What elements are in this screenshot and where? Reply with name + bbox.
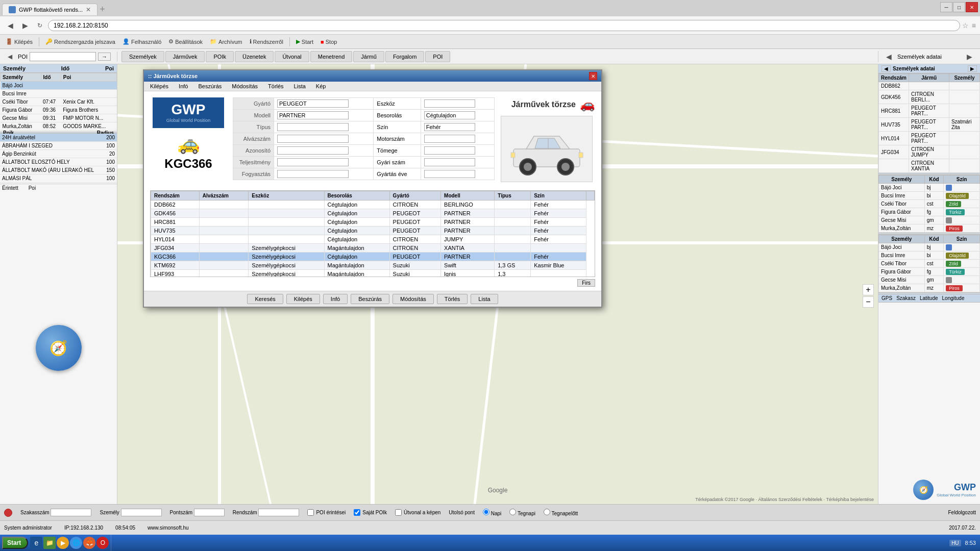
besorolas-input[interactable] <box>424 111 475 119</box>
list-item[interactable]: Gecse Misigm <box>879 276 980 284</box>
maximize-button[interactable]: □ <box>953 2 965 12</box>
tab-poik[interactable]: POIk <box>206 51 233 62</box>
felhasznalo-button[interactable]: 👤 Felhasználó <box>120 38 164 45</box>
utvonal-check[interactable] <box>395 509 402 516</box>
tab-jarmu[interactable]: Jármű <box>353 51 384 62</box>
footer-kereses-button[interactable]: Keresés <box>247 294 283 304</box>
gyarto-input[interactable] <box>277 99 349 108</box>
list-item[interactable]: Figura GáborfgTürkiz <box>879 208 980 216</box>
rendszam-input[interactable] <box>258 509 299 516</box>
poi-search-input[interactable] <box>30 52 96 61</box>
menu-lista[interactable]: Lista <box>292 83 308 90</box>
szakasszam-input[interactable] <box>51 509 91 516</box>
tipus-input[interactable] <box>277 123 349 131</box>
list-item[interactable]: HRC881PEUGEOT PART... <box>879 104 980 118</box>
list-item[interactable]: Murka,ZoltánmzPiros <box>879 224 980 233</box>
start-button[interactable]: ▶ Start <box>293 38 316 45</box>
right-sidebar-nav-right[interactable]: ▶ <box>968 65 977 72</box>
alvaz-input[interactable] <box>277 135 349 143</box>
footer-beszuras-button[interactable]: Beszúrás <box>351 294 389 304</box>
zoom-out-button[interactable]: − <box>863 296 874 308</box>
nav-left-button[interactable]: ◀ <box>4 52 16 62</box>
pontszam-input[interactable] <box>194 509 225 516</box>
beallitasok-button[interactable]: ⚙ Beállítások <box>166 38 205 45</box>
taskbar-ie-icon[interactable]: e <box>30 537 42 549</box>
azonosito-input[interactable] <box>277 146 349 155</box>
sajat-check[interactable] <box>354 509 360 516</box>
person-row[interactable]: Bájó Joci <box>1 82 117 90</box>
start-menu-button[interactable]: Start <box>2 537 28 549</box>
table-row[interactable]: DDB662 Cégtulajdon CITROEN BERLINGO Fehé… <box>151 201 595 209</box>
poi-check[interactable] <box>307 509 314 516</box>
poi-row[interactable]: ÁLLATBOLT ELOSZTÓ HELY100 <box>0 158 117 166</box>
zoom-in-button[interactable]: + <box>863 284 874 295</box>
motorszam-input[interactable] <box>424 135 475 143</box>
list-item[interactable]: Bucsi ImrebiOlajzöld <box>879 192 980 200</box>
napi-radio[interactable] <box>483 509 489 515</box>
tab-forgalom[interactable]: Forgalom <box>385 51 424 62</box>
tab-menetrend[interactable]: Menetrend <box>310 51 353 62</box>
poi-go-button[interactable]: → <box>98 53 111 61</box>
taskbar-folder-icon[interactable]: 📁 <box>43 537 56 549</box>
list-item[interactable]: Bájó Jocibj <box>879 184 980 192</box>
forward-button[interactable]: ▶ <box>19 20 32 31</box>
poi-row[interactable]: ÁBRAHÁM I SZEGED100 <box>0 142 117 150</box>
browser-tab[interactable]: GWP flottakövető rends... ✕ <box>2 4 97 15</box>
modal-close-button[interactable]: ✕ <box>589 72 597 80</box>
list-item[interactable]: Cséki TiborcstZöld <box>879 260 980 268</box>
tab-close-button[interactable]: ✕ <box>86 6 91 13</box>
kilepas-button[interactable]: 🚪 Kilépés <box>3 38 35 45</box>
menu-beszuras[interactable]: Beszúrás <box>196 83 224 90</box>
gyari-szam-input[interactable] <box>424 158 475 166</box>
tegnapelott-radio[interactable] <box>544 509 550 515</box>
list-item[interactable]: GDK456CITROEN BERLI... <box>879 90 980 104</box>
person-row[interactable]: Figura Gábor09:36Figura Brothers <box>1 106 117 114</box>
menu-modositas[interactable]: Módosítás <box>230 83 260 90</box>
footer-info-button[interactable]: Infó <box>323 294 348 304</box>
footer-kilepas-button[interactable]: Kilépés <box>286 294 320 304</box>
szin-input[interactable] <box>424 123 475 131</box>
gyartas-eve-input[interactable] <box>424 170 475 178</box>
footer-modositas-button[interactable]: Módosítás <box>393 294 434 304</box>
szemely-input[interactable] <box>121 509 162 516</box>
person-row[interactable]: Gecse Misi09:31FMP MOTOR N... <box>1 114 117 122</box>
taskbar-firefox-icon[interactable]: 🦊 <box>83 537 95 549</box>
address-bar[interactable] <box>48 20 960 31</box>
list-item[interactable]: Figura GáborfgTürkiz <box>879 268 980 276</box>
menu-kilepas[interactable]: Kilépés <box>148 83 170 90</box>
right-sidebar-nav-left[interactable]: ◀ <box>881 65 891 72</box>
table-row[interactable]: JFG034 Személygépkocsi Magántulajdon CIT… <box>151 244 595 253</box>
menu-torles[interactable]: Törlés <box>266 83 286 90</box>
bookmark-star-icon[interactable]: ☆ <box>962 21 969 30</box>
poi-row[interactable]: Ágip Benzinkút20 <box>0 150 117 158</box>
data-grid-container[interactable]: Rendszám Alvázszám Eszköz Besorolás Gyár… <box>150 190 595 277</box>
back-button[interactable]: ◀ <box>4 20 17 31</box>
eszkoz-input[interactable] <box>424 99 475 108</box>
list-item[interactable]: Bucsi ImrebiOlajzöld <box>879 252 980 260</box>
table-row[interactable]: HRC881 Cégtulajdon PEUGEOT PARTNER Fehér <box>151 218 595 227</box>
list-item[interactable]: JFG034CITROEN JUMPY <box>879 145 980 159</box>
poi-row[interactable]: 24H áruátvétel200 <box>0 134 117 142</box>
new-tab-button[interactable]: + <box>100 4 105 15</box>
list-item[interactable]: Murka,ZoltánmzPiros <box>879 284 980 292</box>
table-row[interactable]: LHF993 Személygépkocsi Magántulajdon Suz… <box>151 270 595 278</box>
person-row[interactable]: Bucsi Imre <box>1 90 117 98</box>
menu-info[interactable]: Infó <box>177 83 190 90</box>
table-row[interactable]: HYL014 Cégtulajdon CITROEN JUMPY Fehér <box>151 235 595 244</box>
archivum-button[interactable]: 📁 Archívum <box>207 38 244 45</box>
footer-torles-button[interactable]: Törlés <box>437 294 468 304</box>
right-nav-right-button[interactable]: ▶ <box>963 51 976 62</box>
teljesitmeny-input[interactable] <box>277 158 349 166</box>
poi-row[interactable]: ÁLLATBOLT MAKÓ (ÁRU LERAKÓ HEL150 <box>0 166 117 174</box>
list-item[interactable]: HUV735PEUGEOT PART...Szatmári Zita <box>879 118 980 132</box>
taskbar-chrome-icon[interactable]: 🌐 <box>70 537 82 549</box>
table-row[interactable]: KTM692 Személygépkocsi Magántulajdon Suz… <box>151 261 595 270</box>
tab-poi[interactable]: POI <box>425 51 450 62</box>
right-nav-left-button[interactable]: ◀ <box>883 51 895 62</box>
tab-jarmuvek[interactable]: Járművek <box>165 51 205 62</box>
menu-icon[interactable]: ≡ <box>972 21 976 30</box>
list-item[interactable]: Cséki TiborcstZöld <box>879 200 980 208</box>
tab-uzenetek[interactable]: Üzenetek <box>235 51 274 62</box>
taskbar-opera-icon[interactable]: O <box>96 537 109 549</box>
table-row[interactable]: HUV735 Cégtulajdon PEUGEOT PARTNER Fehér <box>151 227 595 235</box>
